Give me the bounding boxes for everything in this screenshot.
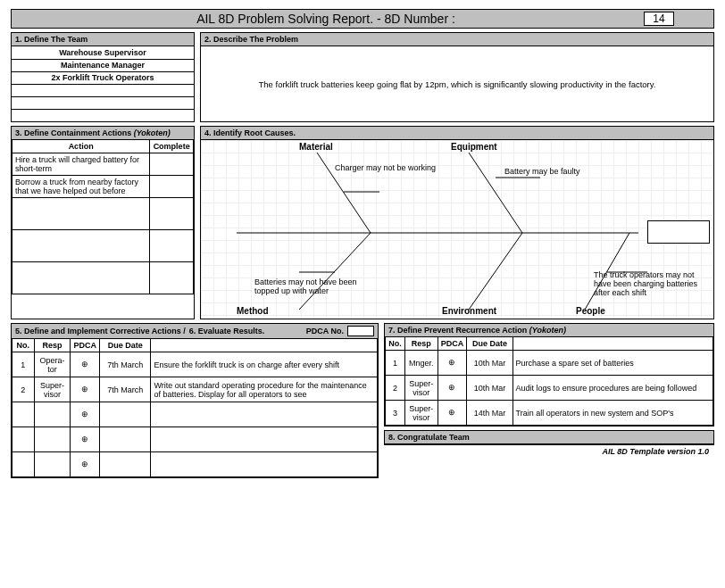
section-5-corrective: 5. Define and Implement Corrective Actio… [11, 323, 379, 478]
report-title: AIL 8D Problem Solving Report. - 8D Numb… [12, 12, 640, 26]
pdca-icon[interactable]: ⊕ [71, 377, 100, 402]
pdca-icon[interactable]: ⊕ [71, 402, 100, 427]
pdca-icon[interactable]: ⊕ [438, 401, 467, 426]
pdca-icon[interactable]: ⊕ [71, 452, 100, 477]
team-row[interactable]: Warehouse Supervisor [12, 46, 194, 59]
table-row: 2 Super-visor ⊕ 10th Mar Audit logs to e… [386, 376, 713, 401]
section-3-containment: 3. Define Containment Actions (Yokoten) … [11, 126, 195, 319]
fish-note: Batteries may not have been topped up wi… [254, 277, 362, 295]
fish-cat-equipment: Equipment [451, 142, 497, 152]
pdca-icon[interactable]: ⊕ [438, 376, 467, 401]
containment-table: ActionComplete Hire a truck will charged… [12, 140, 194, 294]
corrective-actions-table: No. Resp PDCA Due Date 1 Opera-tor ⊕ 7th… [12, 339, 378, 477]
team-row[interactable]: Maintenance Manager [12, 59, 194, 71]
pdca-number-field[interactable] [347, 326, 374, 336]
report-number-field[interactable]: 14 [644, 12, 674, 26]
problem-description[interactable]: The forklift truck batteries keep going … [201, 46, 713, 121]
section-4-header: 4. Identify Root Causes. [201, 127, 713, 140]
template-version: AIL 8D Template version 1.0 [384, 447, 714, 456]
fishbone-diagram: Material Equipment Method Environment Pe… [201, 140, 713, 319]
svg-line-4 [469, 233, 522, 310]
fish-cat-method: Method [237, 306, 269, 316]
section-1-header: 1. Define The Team [12, 33, 194, 46]
pdca-icon[interactable]: ⊕ [71, 427, 100, 452]
section-3-header: 3. Define Containment Actions (Yokoten) [12, 127, 194, 140]
fish-head-box [647, 220, 710, 244]
section-5-header: 5. Define and Implement Corrective Actio… [12, 324, 378, 339]
containment-action[interactable]: Borrow a truck from nearby factory that … [12, 175, 150, 197]
section-8-congratulate: 8. Congratulate Team [384, 430, 714, 445]
fish-cat-people: People [576, 306, 605, 316]
section-8-header: 8. Congratulate Team [385, 431, 713, 444]
table-row: 3 Super-visor ⊕ 14th Mar Train all opera… [386, 401, 713, 426]
title-bar: AIL 8D Problem Solving Report. - 8D Numb… [11, 9, 714, 29]
section-7-prevent: 7. Define Prevent Recurrence Action (Yok… [384, 323, 714, 427]
table-row: 2 Super-visor ⊕ 7th March Write out stan… [12, 377, 378, 402]
team-row[interactable] [12, 96, 194, 109]
svg-line-3 [299, 233, 371, 310]
fish-note: Charger may not be working [335, 163, 436, 172]
fish-note: Battery may be faulty [504, 167, 580, 176]
pdca-icon[interactable]: ⊕ [71, 352, 100, 377]
fish-note: The truck operators may not have been ch… [594, 270, 701, 297]
table-row: ⊕ [12, 427, 378, 452]
fish-cat-material: Material [299, 142, 333, 152]
svg-line-2 [469, 153, 522, 233]
containment-action[interactable]: Hire a truck will charged battery for sh… [12, 153, 150, 175]
section-7-header: 7. Define Prevent Recurrence Action (Yok… [385, 324, 713, 337]
section-2-problem: 2. Describe The Problem The forklift tru… [200, 32, 714, 122]
team-row[interactable] [12, 109, 194, 121]
table-row: ⊕ [12, 452, 378, 477]
section-1-team: 1. Define The Team Warehouse Supervisor … [11, 32, 195, 122]
fish-cat-environment: Environment [442, 306, 496, 316]
team-row[interactable]: 2x Forklift Truck Operators [12, 71, 194, 84]
table-row: 1 Opera-tor ⊕ 7th March Ensure the forkl… [12, 352, 378, 377]
table-row: 1 Mnger. ⊕ 10th Mar Purchase a spare set… [386, 351, 713, 376]
section-4-rootcause: 4. Identify Root Causes. Material Equipm… [200, 126, 714, 319]
table-row: ⊕ [12, 402, 378, 427]
prevent-actions-table: No. Resp PDCA Due Date 1 Mnger. ⊕ 10th M… [385, 337, 713, 426]
section-2-header: 2. Describe The Problem [201, 33, 713, 46]
team-row[interactable] [12, 84, 194, 96]
pdca-icon[interactable]: ⊕ [438, 351, 467, 376]
team-table: Warehouse Supervisor Maintenance Manager… [12, 46, 194, 121]
